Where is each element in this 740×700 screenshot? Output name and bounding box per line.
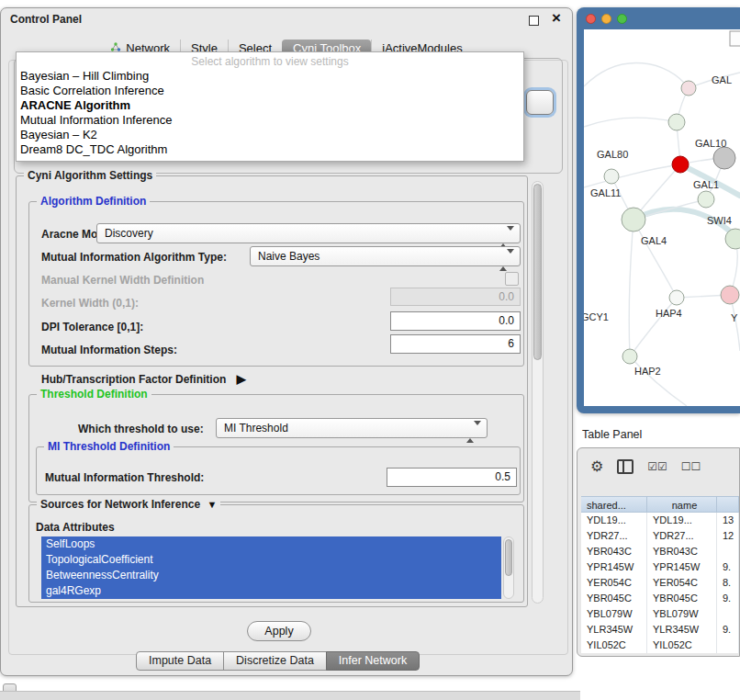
settings-scrollbar-thumb[interactable] [533,184,542,360]
dpi-tolerance-label: DPI Tolerance [0,1]: [41,321,143,333]
table-row[interactable]: YDR27... YDR27... 12 [581,528,739,544]
graph-node[interactable] [721,286,739,304]
attributes-scrollbar-thumb[interactable] [505,539,512,576]
expanded-arrow-icon: ▼ [207,499,217,510]
column-header[interactable] [717,496,739,513]
cell: YBR043C [581,544,647,559]
table-toolbar: ⚙ ☑☑ ☐☐ [590,456,701,478]
mi-type-value: Naive Bayes [258,250,320,263]
cell: YIL052C [581,638,647,653]
node-label: GAL1 [693,179,719,190]
algorithm-dropdown-popup: Select algorithm to view settings Bayesi… [16,51,524,162]
column-header[interactable]: shared... [581,496,647,513]
dropdown-item[interactable]: Mutual Information Inference [17,113,523,128]
tab-infer-network[interactable]: Infer Network [326,651,420,671]
node-label: GAL10 [695,138,726,149]
hub-section-toggle[interactable]: Hub/Transcription Factor Definition ▶ [41,373,246,386]
which-threshold-value: MI Threshold [224,422,288,435]
table-row[interactable]: YDL19... YDL19... 13 [581,513,739,528]
close-traffic-light-icon[interactable] [586,14,596,24]
combo-arrows-icon [499,251,514,269]
canvas-corner-widget[interactable] [730,31,740,46]
node-label: GAL4 [641,235,667,246]
table-row[interactable]: YLR345W YLR345W 9. [581,622,739,638]
kernel-width-label: Kernel Width (0,1): [41,297,139,310]
group-title: Cyni Algorithm Settings [24,169,156,182]
cell: 9. [717,559,739,575]
mi-type-select[interactable]: Naive Bayes [250,246,521,266]
graph-node[interactable] [622,208,645,231]
minimize-traffic-light-icon[interactable] [601,14,611,24]
node-label: HAP4 [656,308,682,319]
columns-icon[interactable] [617,459,633,474]
control-panel-window: Control Panel × Network Style Select Cyn… [0,7,573,676]
dropdown-item[interactable]: Dream8 DC_TDC Algorithm [17,142,523,157]
graph-node[interactable] [622,349,637,364]
cell: YER054C [581,575,647,591]
table-header-row: shared... name [581,496,739,513]
group-title: Algorithm Definition [37,195,150,208]
dropdown-item[interactable]: Bayesian – K2 [17,128,523,142]
mi-threshold-label: Mutual Information Threshold: [45,471,204,484]
manual-kernel-label: Manual Kernel Width Definition [41,274,204,287]
table-panel-window: ⚙ ☑☑ ☐☐ shared... name YDL19... YDL19...… [577,447,740,657]
graph-node-hub[interactable] [713,147,735,169]
cell [717,544,739,559]
cell: YPR145W [647,559,717,575]
graph-node[interactable] [698,191,714,208]
select-all-icon[interactable]: ☑☑ [647,460,667,473]
graph-node[interactable] [669,290,684,305]
tab-impute-data[interactable]: Impute Data [136,651,224,671]
cell: YDR27... [647,528,717,544]
table-row[interactable]: YIL052C YIL052C [581,638,739,653]
attribute-item-selected[interactable]: gal4RGexp [41,583,501,599]
close-window-icon[interactable]: × [552,9,561,28]
cell: 9. [717,622,739,638]
cell: YPR145W [581,559,647,575]
table-row[interactable]: YBR045C YBR045C 9. [581,591,739,606]
cell: YBR045C [647,591,717,606]
aracne-mode-select[interactable]: Discovery [96,223,521,243]
bottom-tab-bar: Impute Data Discretize Data Infer Networ… [136,651,420,671]
mi-steps-input[interactable]: 6 [390,334,521,354]
tab-discretize-data[interactable]: Discretize Data [223,651,327,671]
attributes-scrollbar[interactable] [503,536,514,599]
dropdown-item[interactable]: Basic Correlation Inference [17,84,523,98]
collapsed-arrow-icon: ▶ [237,372,246,386]
settings-scrollbar[interactable] [532,181,544,604]
graph-node[interactable] [681,81,696,96]
cell: 12 [717,528,739,544]
graph-node-highlighted[interactable] [672,156,689,173]
table-row[interactable]: YPR145W YPR145W 9. [581,559,739,575]
status-strip [0,691,580,700]
focused-toolbar-button[interactable] [526,90,554,115]
gear-icon[interactable]: ⚙ [590,458,603,475]
dropdown-item[interactable]: Bayesian – Hill Climbing [17,69,523,84]
node-label: HAP2 [634,366,661,377]
node-label: GAL80 [597,149,628,160]
attribute-item-selected[interactable]: SelfLoops [41,536,501,552]
dropdown-item-selected[interactable]: ARACNE Algorithm [17,98,523,113]
column-header[interactable]: name [647,496,717,513]
which-threshold-select[interactable]: MI Threshold [216,418,488,438]
table-panel-title: Table Panel [582,428,642,441]
cell [717,606,739,622]
dropdown-placeholder: Select algorithm to view settings [17,54,523,69]
attribute-item-selected[interactable]: BetweennessCentrality [41,568,501,583]
table-row[interactable]: YER054C YER054C 8. [581,575,739,591]
dpi-tolerance-input[interactable]: 0.0 [390,311,521,331]
graph-node[interactable] [604,169,619,184]
graph-node[interactable] [668,114,685,130]
apply-button[interactable]: Apply [247,621,311,641]
network-view-window: GAL GAL80 GAL10 GAL11 GAL1 SWI4 GAL4 GCY… [577,7,740,413]
attribute-item-selected[interactable]: TopologicalCoefficient [41,552,501,568]
sources-group-toggle[interactable]: Sources for Network Inference ▼ [37,498,220,511]
table-row[interactable]: YBL079W YBL079W [581,606,739,622]
float-window-icon[interactable] [529,16,539,26]
node-label: GCY1 [584,311,609,322]
network-canvas[interactable]: GAL GAL80 GAL10 GAL11 GAL1 SWI4 GAL4 GCY… [584,29,740,406]
mi-threshold-input[interactable]: 0.5 [387,468,517,487]
table-row[interactable]: YBR043C YBR043C [581,544,739,559]
deselect-all-icon[interactable]: ☐☐ [681,460,701,473]
zoom-traffic-light-icon[interactable] [617,14,627,24]
